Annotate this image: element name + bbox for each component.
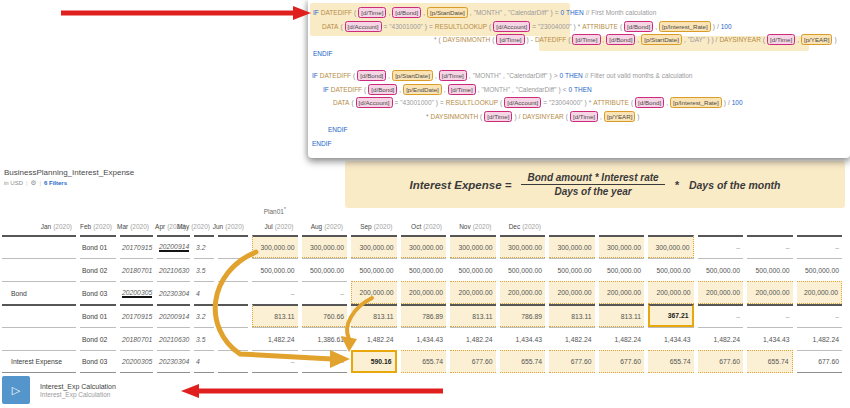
table-cell[interactable]: 1,482.24: [450, 327, 496, 350]
code-token: THEN: [566, 9, 584, 16]
table-cell[interactable]: 200,000.00: [500, 281, 546, 304]
row-end-date[interactable]: 20210630: [157, 258, 190, 281]
table-cell[interactable]: 300,000.00: [450, 235, 496, 258]
row-start-date[interactable]: 20170915: [120, 235, 153, 258]
table-cell[interactable]: 677.60: [599, 350, 645, 373]
column-header-month[interactable]: Jul(2020): [252, 218, 298, 235]
table-cell[interactable]: 1,482.24: [797, 327, 843, 350]
table-cell[interactable]: 200,000.00: [797, 281, 843, 304]
code-token: ,: [512, 86, 514, 93]
row-end-date[interactable]: 20230304: [157, 350, 190, 373]
row-end-date[interactable]: 20200914: [157, 235, 190, 258]
column-header-month[interactable]: Jan(2020): [2, 218, 76, 235]
table-cell[interactable]: 655.74: [648, 350, 694, 373]
table-cell[interactable]: 500,000.00: [698, 258, 744, 281]
row-bond-label[interactable]: Bond 02: [80, 258, 116, 281]
table-cell[interactable]: 300,000.00: [401, 235, 447, 258]
table-cell[interactable]: 200,000.00: [599, 281, 645, 304]
row-group-label[interactable]: [2, 304, 76, 327]
table-cell[interactable]: 500,000.00: [747, 258, 793, 281]
row-group-label[interactable]: [2, 235, 76, 258]
table-cell[interactable]: 300,000.00: [648, 235, 694, 258]
table-cell[interactable]: 1,482.24: [698, 327, 744, 350]
table-cell[interactable]: 677.60: [450, 350, 496, 373]
table-cell[interactable]: 1,482.24: [599, 327, 645, 350]
table-cell[interactable]: –: [698, 304, 744, 327]
table-cell[interactable]: 500,000.00: [599, 258, 645, 281]
column-header-month[interactable]: Oct(2020): [401, 218, 447, 235]
table-cell[interactable]: 200,000.00: [549, 281, 595, 304]
table-cell[interactable]: 500,000.00: [401, 258, 447, 281]
column-header-month[interactable]: May(2020): [194, 218, 214, 235]
row-start-date[interactable]: 20200305: [120, 350, 153, 373]
row-group-label[interactable]: [2, 327, 76, 350]
row-bond-label[interactable]: Bond 02: [80, 327, 116, 350]
table-cell[interactable]: 200,000.00: [450, 281, 496, 304]
table-cell[interactable]: 1,434.43: [500, 327, 546, 350]
row-bond-label[interactable]: Bond 03: [80, 350, 116, 373]
table-cell[interactable]: –: [698, 235, 744, 258]
column-header-month[interactable]: Jun(2020): [218, 218, 248, 235]
table-cell[interactable]: 367.21: [648, 304, 694, 327]
dimension-chip: [p/Interest_Rate]: [670, 97, 722, 108]
table-cell[interactable]: 500,000.00: [797, 258, 843, 281]
table-cell[interactable]: 1,434.43: [747, 327, 793, 350]
table-cell[interactable]: 500,000.00: [450, 258, 496, 281]
table-cell[interactable]: 813.11: [599, 304, 645, 327]
row-group-label[interactable]: Bond: [2, 281, 76, 304]
row-start-date[interactable]: 20200305: [120, 281, 153, 304]
filters-link[interactable]: 6 Filters: [44, 180, 67, 186]
row-start-date[interactable]: 20170915: [120, 304, 153, 327]
table-cell[interactable]: 677.60: [797, 350, 843, 373]
table-cell[interactable]: 300,000.00: [549, 235, 595, 258]
row-end-date[interactable]: 20200914: [157, 304, 190, 327]
table-cell[interactable]: 500,000.00: [648, 258, 694, 281]
table-cell[interactable]: 500,000.00: [500, 258, 546, 281]
row-group-label[interactable]: [2, 258, 76, 281]
table-cell[interactable]: 300,000.00: [500, 235, 546, 258]
table-cell[interactable]: 1,482.24: [549, 327, 595, 350]
table-cell[interactable]: 677.60: [698, 350, 744, 373]
table-cell[interactable]: 200,000.00: [401, 281, 447, 304]
table-cell[interactable]: 1,434.43: [401, 327, 447, 350]
code-token: DAYSINMONTH: [431, 113, 479, 120]
table-cell[interactable]: 200,000.00: [698, 281, 744, 304]
table-cell[interactable]: 655.74: [747, 350, 793, 373]
row-end-date[interactable]: 20230304: [157, 281, 190, 304]
row-end-date[interactable]: 20210630: [157, 327, 190, 350]
column-header-month[interactable]: Sep(2020): [351, 218, 397, 235]
table-cell[interactable]: –: [797, 235, 843, 258]
row-bond-label[interactable]: Bond 01: [80, 235, 116, 258]
table-cell[interactable]: 655.74: [401, 350, 447, 373]
advanced-formula-editor-panel[interactable]: IFDATEDIFF([d/Time],[d/Bond],[p/StartDat…: [308, 0, 850, 158]
run-data-action-button[interactable]: ▷: [2, 376, 30, 404]
table-cell[interactable]: 300,000.00: [599, 235, 645, 258]
row-group-label[interactable]: Interest Expense: [2, 350, 76, 373]
table-cell[interactable]: 1,434.43: [648, 327, 694, 350]
table-cell[interactable]: 813.11: [450, 304, 496, 327]
column-header-month[interactable]: Feb(2020): [80, 218, 116, 235]
table-cell[interactable]: 786.89: [401, 304, 447, 327]
table-cell[interactable]: 813.11: [549, 304, 595, 327]
column-header-month[interactable]: Nov(2020): [450, 218, 496, 235]
table-cell[interactable]: 677.60: [549, 350, 595, 373]
row-bond-label[interactable]: Bond 03: [80, 281, 116, 304]
row-start-date[interactable]: 20180701: [120, 258, 153, 281]
column-header-month[interactable]: Mar(2020): [120, 218, 153, 235]
table-cell[interactable]: –: [797, 304, 843, 327]
table-cell[interactable]: 786.89: [500, 304, 546, 327]
code-token: *: [426, 113, 429, 120]
column-header-month[interactable]: Aug(2020): [302, 218, 348, 235]
table-cell[interactable]: 200,000.00: [747, 281, 793, 304]
version-header[interactable]: Plan01*: [250, 206, 300, 218]
table-cell[interactable]: 500,000.00: [549, 258, 595, 281]
table-cell[interactable]: –: [747, 304, 793, 327]
row-bond-label[interactable]: Bond 01: [80, 304, 116, 327]
table-cell[interactable]: –: [747, 235, 793, 258]
row-start-date[interactable]: 20180701: [120, 327, 153, 350]
table-cell[interactable]: 200,000.00: [648, 281, 694, 304]
column-header-month[interactable]: Dec(2020): [500, 218, 546, 235]
gear-icon[interactable]: ⚙: [31, 179, 37, 187]
table-cell[interactable]: 655.74: [500, 350, 546, 373]
code-token: "23004000": [549, 99, 583, 106]
